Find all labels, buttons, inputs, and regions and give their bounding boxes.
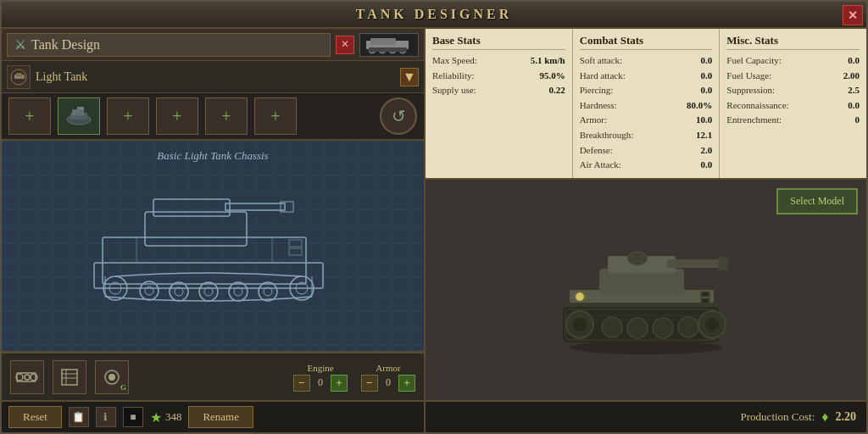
right-panel: Base Stats Max Speed: 5.1 km/h Reliabili… — [426, 29, 866, 432]
stat-hardness: Hardness: 80.0% — [580, 98, 713, 114]
production-stars: ★ 348 — [150, 409, 182, 426]
stat-suppression: Suppression: 2.5 — [726, 83, 860, 98]
rotate-button[interactable]: ↺ — [380, 97, 417, 135]
svg-point-47 — [108, 374, 115, 381]
rotate-icon: ↺ — [392, 106, 406, 126]
stat-defense: Defense: 2.0 — [580, 143, 713, 159]
misc-stats-header: Misc. Stats — [726, 34, 860, 50]
add-module-icon-4: + — [172, 108, 181, 125]
svg-rect-9 — [16, 73, 22, 76]
engine-value: 0 — [314, 376, 327, 389]
blueprint-view-button[interactable] — [53, 360, 86, 394]
armor-minus-button[interactable]: − — [361, 375, 378, 392]
rename-button[interactable]: Rename — [188, 406, 253, 428]
tank-type-row: Light Tank ▼ — [2, 61, 424, 93]
svg-point-40 — [25, 375, 30, 380]
title-bar: Tank Designer ✕ — [2, 2, 866, 29]
misc-stats-col: Misc. Stats Fuel Capacity: 0.0 Fuel Usag… — [720, 29, 866, 178]
stats-area: Base Stats Max Speed: 5.1 km/h Reliabili… — [426, 29, 866, 180]
armor-label: Armor — [376, 363, 400, 373]
tank-design-button[interactable]: ⚔ Tank Design — [7, 33, 331, 57]
prod-cost-label: Production Cost: — [741, 410, 815, 424]
module-slot-4[interactable]: + — [156, 97, 198, 135]
g-label: G — [120, 383, 126, 392]
engine-stepper: − 0 + — [293, 375, 348, 392]
module-slot-1[interactable]: + — [8, 97, 51, 135]
svg-point-25 — [229, 282, 248, 301]
design-header-row: ⚔ Tank Design ✕ — [2, 29, 424, 61]
stat-soft-attack: Soft attack: 0.0 — [580, 53, 713, 69]
module-row: + + + + — [2, 93, 424, 141]
flag-icon-button[interactable]: ■ — [123, 407, 143, 427]
design-delete-button[interactable]: ✕ — [336, 36, 354, 54]
svg-point-26 — [259, 282, 277, 301]
sword-icon: ⚔ — [14, 36, 26, 53]
stat-hard-attack: Hard attack: 0.0 — [580, 69, 713, 84]
svg-rect-36 — [289, 240, 302, 247]
info-icon-button[interactable]: ℹ — [96, 407, 116, 427]
tank-thumbnail — [359, 33, 419, 57]
svg-point-41 — [31, 374, 37, 381]
window-title: Tank Designer — [356, 7, 513, 22]
tank-3d-model — [527, 222, 765, 358]
svg-rect-12 — [72, 109, 84, 115]
svg-rect-54 — [667, 259, 722, 268]
engine-label: Engine — [307, 363, 333, 373]
armor-value: 0 — [381, 376, 395, 389]
module-slot-5[interactable]: + — [205, 97, 248, 135]
module-slot-2[interactable] — [58, 97, 100, 135]
svg-point-63 — [653, 318, 673, 338]
reset-button[interactable]: Reset — [8, 406, 62, 428]
stat-breakthrough: Breakthrough: 12.1 — [580, 128, 713, 143]
stat-piercing: Piercing: 0.0 — [580, 83, 713, 98]
svg-point-70 — [585, 295, 588, 298]
left-panel: ⚔ Tank Design ✕ — [2, 29, 426, 432]
tank-design-label: Tank Design — [31, 37, 100, 53]
export-icon-button[interactable]: 📋 — [69, 407, 89, 427]
engine-minus-button[interactable]: − — [293, 375, 310, 392]
prod-cost-icon: ♦ — [821, 409, 828, 425]
stat-reliability: Reliability: 95.0% — [432, 69, 565, 84]
module-slot-3[interactable]: + — [107, 97, 149, 135]
add-module-icon-1: + — [25, 108, 34, 125]
settings-button[interactable]: G — [95, 360, 129, 394]
svg-rect-68 — [701, 292, 709, 297]
svg-rect-14 — [103, 237, 306, 284]
blueprint-tank-drawing — [52, 170, 374, 322]
main-window: Tank Designer ✕ ⚔ Tank Design ✕ — [0, 0, 868, 434]
tracks-button[interactable] — [10, 360, 44, 394]
svg-point-24 — [199, 282, 218, 301]
stat-armor: Armor: 10.0 — [580, 113, 713, 128]
base-stats-rows: Max Speed: 5.1 km/h Reliability: 95.0% S… — [432, 53, 565, 98]
blueprint-label: Basic Light Tank Chassis — [157, 149, 268, 163]
svg-point-71 — [598, 295, 601, 298]
svg-point-61 — [602, 317, 622, 337]
svg-point-23 — [170, 282, 188, 301]
production-cost-bar: Production Cost: ♦ 2.20 — [426, 400, 866, 432]
engine-plus-button[interactable]: + — [331, 375, 348, 392]
prod-cost-value: 2.20 — [836, 410, 857, 424]
armor-plus-button[interactable]: + — [398, 375, 415, 392]
svg-rect-16 — [145, 212, 247, 246]
misc-stats-rows: Fuel Capacity: 0.0 Fuel Usage: 2.00 Supp… — [726, 53, 860, 128]
svg-point-67 — [576, 292, 584, 301]
select-model-button[interactable]: Select Model — [776, 188, 858, 214]
add-module-icon-5: + — [221, 108, 231, 125]
combat-stats-header: Combat Stats — [580, 34, 713, 50]
left-footer-bar: Reset 📋 ℹ ■ ★ 348 Rename — [2, 400, 424, 432]
armor-stepper: − 0 + — [361, 375, 415, 392]
base-stats-header: Base Stats — [432, 34, 565, 50]
svg-rect-37 — [289, 248, 302, 255]
stat-supply-use: Supply use: 0.22 — [432, 83, 565, 98]
svg-rect-13 — [77, 107, 84, 109]
tank-type-dropdown[interactable]: ▼ — [400, 68, 419, 86]
svg-rect-55 — [718, 257, 728, 270]
module-slot-6[interactable]: + — [254, 97, 297, 135]
svg-rect-17 — [153, 199, 230, 216]
close-button[interactable]: ✕ — [843, 5, 863, 25]
blueprint-area: Basic Light Tank Chassis — [2, 141, 424, 353]
stat-fuel-capacity: Fuel Capacity: 0.0 — [726, 53, 860, 69]
star-icon: ★ — [150, 409, 162, 426]
base-stats-col: Base Stats Max Speed: 5.1 km/h Reliabili… — [426, 29, 573, 178]
armor-control: Armor − 0 + — [361, 363, 415, 392]
